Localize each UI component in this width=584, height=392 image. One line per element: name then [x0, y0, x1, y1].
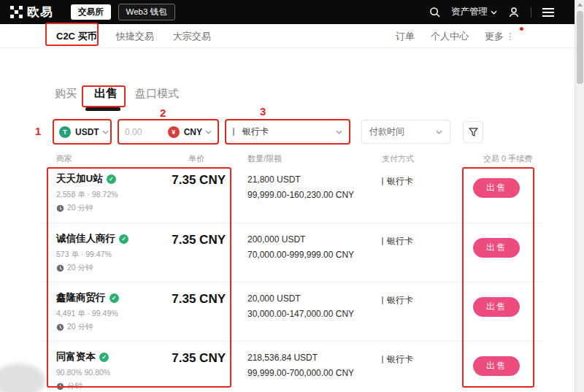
merchant-name-text: 鑫隆商贸行 — [56, 291, 106, 304]
payment-method-value: 银行卡 — [242, 126, 269, 138]
table-row: 诚信佳人商行 ✓ 573 单 · 99.47% 20 分钟 7.35 CNY 2… — [42, 223, 542, 282]
asset-management-label: 资产管理 — [451, 6, 488, 18]
nav-item-block-trade[interactable]: 大宗交易 — [173, 30, 211, 43]
sell-button[interactable]: 出售 — [473, 356, 520, 376]
payment-method-text: 银行卡 — [387, 175, 413, 188]
payment-bar-icon — [382, 177, 383, 185]
sell-button[interactable]: 出售 — [473, 178, 520, 198]
notification-dot — [520, 27, 523, 31]
scrollbar-up-arrow[interactable] — [575, 0, 584, 9]
scrollbar[interactable] — [575, 0, 584, 392]
merchant-time: 分钟 — [56, 381, 82, 391]
payment-method: 银行卡 — [382, 235, 413, 247]
payment-bar-icon — [382, 237, 383, 245]
nav-item-more[interactable]: 更多 ⋮ — [485, 30, 515, 43]
sell-button[interactable]: 出售 — [473, 238, 520, 258]
verified-badge-icon: ✓ — [119, 234, 128, 244]
search-icon[interactable] — [429, 7, 440, 18]
table-row: 天天加U站 ✓ 2,558 单 · 98.72% 20 分钟 7.35 CNY … — [42, 164, 542, 223]
user-icon[interactable] — [508, 7, 520, 18]
chevron-down-icon — [205, 130, 212, 134]
cny-coin-icon: ¥ — [168, 126, 180, 138]
nav-item-c2c[interactable]: C2C 买币 — [56, 30, 97, 43]
watermark-smudge — [0, 364, 45, 392]
tab-sell[interactable]: 出售 — [94, 86, 118, 101]
unit-price: 7.35 CNY — [144, 292, 226, 307]
tab-orderbook-mode[interactable]: 盘口模式 — [135, 87, 179, 101]
merchant-name[interactable]: 天天加U站 ✓ — [56, 172, 116, 185]
amount-filter-field: ¥ CNY — [118, 119, 219, 145]
nav-item-orders[interactable]: 订单 — [396, 30, 415, 43]
active-tab-indicator — [85, 107, 120, 111]
clock-icon — [56, 204, 64, 212]
header-quantity-limit: 数量/限额 — [247, 153, 282, 164]
secondary-nav-left: C2C 买币 快捷交易 大宗交易 — [56, 24, 211, 48]
amount-input[interactable] — [125, 127, 167, 137]
release-time-text: 分钟 — [67, 381, 82, 391]
merchant-name[interactable]: 诚信佳人商行 ✓ — [56, 232, 128, 245]
release-time-text: 20 分钟 — [67, 203, 93, 213]
merchant-time: 20 分钟 — [56, 203, 93, 213]
payment-bar-icon — [382, 296, 383, 304]
topbar: 欧易 交易所 Web3 钱包 资产管理 — [0, 0, 575, 24]
verified-badge-icon: ✓ — [110, 293, 119, 303]
secondary-nav-right: 订单 个人中心 更多 ⋮ — [396, 24, 515, 48]
hamburger-menu-icon[interactable] — [542, 8, 554, 17]
payment-method: 银行卡 — [382, 353, 413, 366]
clock-icon — [56, 383, 64, 391]
coin-select-dropdown[interactable]: T USDT — [53, 119, 112, 145]
trade-tabs: 购买 出售 盘口模式 — [55, 86, 179, 101]
chevron-down-icon — [336, 130, 342, 134]
more-dots-icon: ⋮ — [506, 31, 515, 42]
merchant-name-text: 天天加U站 — [56, 172, 103, 185]
topbar-divider — [531, 7, 531, 18]
filter-button[interactable] — [463, 121, 483, 143]
okx-logo-icon — [10, 6, 23, 18]
available-amount: 218,536.84 USDT — [247, 353, 318, 363]
order-limit: 30,000.00-147,000.00 CNY — [247, 309, 354, 319]
payment-bar-icon — [382, 356, 383, 364]
payment-method: 银行卡 — [382, 294, 413, 307]
merchant-name[interactable]: 同富资本 ✓ — [56, 350, 109, 364]
header-payment-method: 支付方式 — [382, 153, 414, 164]
available-amount: 21,800 USDT — [247, 174, 301, 185]
merchant-stats: 2,558 单 · 98.72% — [56, 190, 118, 200]
merchant-name-text: 诚信佳人商行 — [56, 232, 115, 245]
tab-web3-wallet[interactable]: Web3 钱包 — [118, 4, 175, 20]
chevron-down-icon — [491, 10, 497, 15]
payment-method-text: 银行卡 — [387, 235, 413, 247]
unit-price: 7.35 CNY — [144, 351, 226, 366]
secondary-nav: C2C 买币 快捷交易 大宗交易 订单 个人中心 更多 ⋮ — [0, 24, 575, 48]
tab-buy[interactable]: 购买 — [55, 87, 77, 101]
header-price: 单价 — [188, 153, 204, 164]
tab-exchange[interactable]: 交易所 — [71, 4, 111, 20]
verified-badge-icon: ✓ — [107, 174, 116, 184]
available-amount: 200,000 USDT — [247, 234, 305, 245]
sell-button[interactable]: 出售 — [473, 297, 520, 317]
logo-text: 欧易 — [27, 4, 53, 20]
okx-logo[interactable]: 欧易 — [10, 4, 53, 20]
annotation-number-2: 2 — [160, 107, 166, 119]
merchant-name[interactable]: 鑫隆商贸行 ✓ — [56, 291, 119, 304]
nav-item-express-trade[interactable]: 快捷交易 — [116, 30, 154, 43]
payment-method-text: 银行卡 — [387, 294, 413, 307]
fiat-select-value: CNY — [184, 127, 202, 137]
scrollbar-thumb[interactable] — [577, 11, 583, 84]
merchant-stats: 4,491 单 · 99.49% — [56, 309, 118, 319]
merchant-time: 20 分钟 — [56, 322, 93, 332]
payment-method-dropdown[interactable]: 银行卡 — [225, 119, 350, 145]
payment-time-dropdown[interactable]: 付款时间 — [361, 120, 450, 144]
payment-time-value: 付款时间 — [369, 126, 404, 138]
asset-management-menu[interactable]: 资产管理 — [451, 6, 497, 18]
order-limit: 99,999.00-700,000.00 CNY — [247, 368, 354, 378]
topbar-actions: 资产管理 — [429, 0, 554, 24]
okx-c2c-sell-page: 欧易 交易所 Web3 钱包 资产管理 — [0, 0, 584, 392]
merchant-name-text: 同富资本 — [56, 350, 96, 364]
nav-item-profile[interactable]: 个人中心 — [431, 30, 469, 43]
table-row: 鑫隆商贸行 ✓ 4,491 单 · 99.49% 20 分钟 7.35 CNY … — [42, 282, 542, 341]
header-merchant: 商家 — [56, 153, 72, 164]
payment-method: 银行卡 — [382, 175, 413, 188]
tether-coin-icon: T — [59, 126, 71, 138]
unit-price: 7.35 CNY — [144, 173, 226, 188]
table-row: 同富资本 ✓ 90.80% 90.80% 分钟 7.35 CNY 218,536… — [42, 341, 542, 392]
